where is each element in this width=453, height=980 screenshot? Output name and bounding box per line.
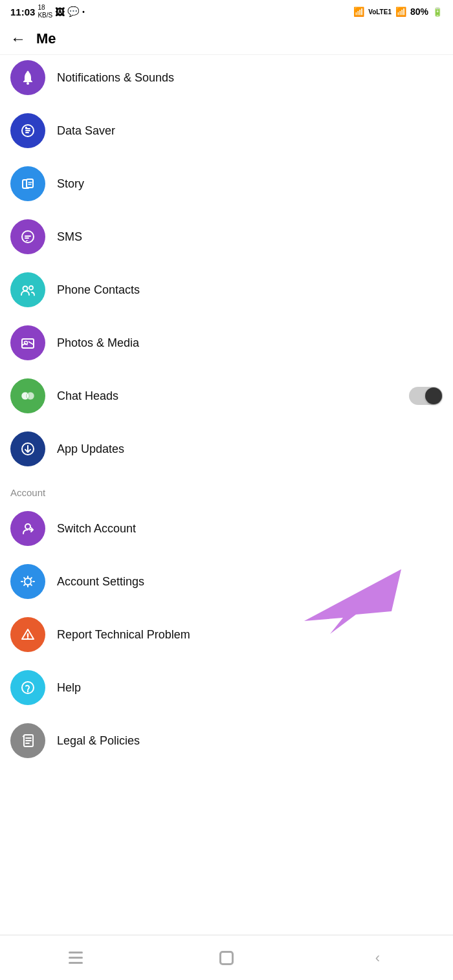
svg-point-16 [27,637,28,638]
story-label: Story [57,177,443,191]
app-updates-label: App Updates [57,442,443,456]
legal-policies-icon [10,723,45,758]
menu-item-account-settings[interactable]: Account Settings [0,555,453,608]
photos-media-icon [10,325,45,360]
dot-icon: • [82,8,85,16]
menu-lines-icon [69,952,83,964]
menu-item-report-technical[interactable]: Report Technical Problem [0,608,453,661]
battery-icon: 🔋 [432,7,443,17]
svg-point-1 [27,71,29,73]
nav-menu-button[interactable] [56,945,95,971]
story-icon [10,166,45,201]
chat-heads-toggle[interactable] [409,387,443,405]
message-icon: 💬 [67,6,80,17]
menu-item-switch-account[interactable]: Switch Account [0,502,453,555]
data-saver-icon [10,113,45,148]
menu-item-chat-heads[interactable]: Chat Heads [0,369,453,422]
menu-item-app-updates[interactable]: App Updates [0,422,453,475]
svg-point-15 [25,524,30,529]
chat-heads-label: Chat Heads [57,389,409,403]
phone-contacts-label: Phone Contacts [57,283,443,297]
menu-item-legal-policies[interactable]: Legal & Policies [0,714,453,767]
svg-point-0 [27,82,29,85]
help-label: Help [57,681,443,695]
gallery-icon: 🖼 [55,6,65,17]
account-settings-label: Account Settings [57,575,443,589]
home-square-icon [219,951,234,965]
back-chevron-icon: ‹ [375,950,380,966]
toggle-track [409,387,443,405]
switch-account-label: Switch Account [57,522,443,536]
page-title: Me [36,30,56,47]
report-technical-icon [10,617,45,652]
svg-point-7 [29,286,33,290]
svg-point-6 [23,287,28,291]
notifications-sounds-icon [10,60,45,95]
volte-icon: VoLTE1 [368,8,392,16]
wifi-icon: 📶 [353,6,364,17]
signal-icon: 📶 [395,6,406,17]
time-display: 11:03 [10,6,35,17]
report-technical-label: Report Technical Problem [57,628,443,642]
account-section-header: Account [0,475,453,502]
account-settings-icon [10,564,45,599]
nav-back-button[interactable]: ‹ [358,945,397,971]
menu-item-data-saver[interactable]: Data Saver [0,104,453,157]
status-left: 11:03 18 KB/S 🖼 💬 • [10,4,85,19]
notifications-sounds-label: Notifications & Sounds [57,71,443,85]
menu-item-phone-contacts[interactable]: Phone Contacts [0,263,453,316]
app-updates-icon [10,431,45,466]
chat-heads-icon [10,378,45,413]
help-icon [10,670,45,705]
speed-display: 18 KB/S [38,4,52,19]
menu-item-notifications-sounds[interactable]: Notifications & Sounds [0,55,453,104]
status-bar: 11:03 18 KB/S 🖼 💬 • 📶 VoLTE1 📶 80% 🔋 [0,0,453,23]
phone-contacts-icon [10,272,45,307]
svg-rect-4 [27,179,33,188]
svg-point-18 [27,691,28,692]
photos-media-label: Photos & Media [57,336,443,350]
svg-rect-2 [25,127,27,129]
menu-item-photos-media[interactable]: Photos & Media [0,316,453,369]
menu-item-help[interactable]: Help [0,661,453,714]
menu-item-sms[interactable]: SMS [0,210,453,263]
menu-list: Notifications & Sounds Data Saver Story [0,55,453,475]
sms-label: SMS [57,230,443,244]
sms-icon [10,219,45,254]
legal-policies-label: Legal & Policies [57,734,443,748]
nav-home-button[interactable] [207,945,246,971]
toggle-thumb [425,387,442,404]
data-saver-label: Data Saver [57,124,443,138]
switch-account-icon [10,511,45,546]
menu-item-story[interactable]: Story [0,157,453,210]
page-header: ← Me [0,23,453,55]
account-menu-list: Switch Account Account Settings Report T… [0,502,453,767]
back-button[interactable]: ← [10,30,26,48]
battery-percent: 80% [410,6,428,17]
nav-bar: ‹ [0,935,453,980]
status-right: 📶 VoLTE1 📶 80% 🔋 [353,6,443,17]
